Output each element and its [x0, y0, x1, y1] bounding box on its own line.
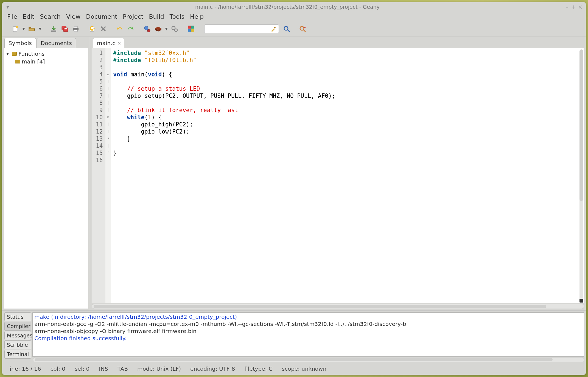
message-tab-status[interactable]: Status [4, 312, 31, 321]
editor-tabs: main.c ✕ [90, 38, 586, 48]
search-icon [283, 26, 290, 32]
status-filetype: filetype: C [244, 365, 272, 372]
svg-point-1 [16, 26, 18, 28]
chevron-down-icon: ▼ [6, 52, 10, 56]
message-horizontal-scrollbar[interactable] [33, 357, 584, 362]
menubar: File Edit Search View Document Project B… [2, 12, 586, 22]
vertical-scrollbar[interactable] [579, 49, 583, 302]
fold-column[interactable]: ⊟ │ │ │ │ │ ⊟ │ │ └ │ └ [105, 48, 111, 303]
code-area[interactable]: #include "stm32f0xx.h" #include "f0lib/f… [111, 48, 584, 303]
svg-point-13 [175, 29, 177, 32]
menu-edit[interactable]: Edit [20, 13, 37, 21]
message-tab-scribble[interactable]: Scribble [4, 340, 31, 349]
svg-line-23 [303, 30, 305, 32]
horizontal-scrollbar[interactable] [92, 304, 584, 309]
brick-icon [154, 26, 162, 32]
compile-button[interactable] [142, 24, 152, 34]
preferences-button[interactable] [298, 24, 308, 34]
editor-tab-label: main.c [97, 40, 115, 46]
message-tab-messages[interactable]: Messages [4, 331, 31, 340]
sidebar-body: ▼ Functions main [4] [4, 48, 88, 309]
status-tab: TAB [117, 365, 128, 372]
print-button[interactable] [71, 24, 81, 34]
svg-rect-14 [188, 26, 191, 29]
window-title: main.c - /home/farrellf/stm32/projects/s… [11, 4, 564, 10]
close-icon [100, 26, 106, 32]
folder-open-icon [28, 26, 35, 32]
reload-button[interactable] [87, 24, 97, 34]
sidebar-tab-symbols[interactable]: Symbols [4, 38, 36, 48]
menu-file[interactable]: File [4, 13, 20, 21]
status-line: line: 16 / 16 [8, 365, 41, 372]
sidebar-tab-documents[interactable]: Documents [37, 38, 76, 48]
menu-tools[interactable]: Tools [167, 13, 187, 21]
svg-rect-15 [191, 26, 194, 29]
scrollbar-end [579, 299, 583, 303]
scrollbar-thumb[interactable] [579, 49, 583, 201]
menu-document[interactable]: Document [83, 13, 120, 21]
open-file-dropdown[interactable]: ▼ [38, 27, 42, 31]
redo-icon [127, 26, 134, 32]
svg-rect-19 [274, 27, 276, 29]
tree-item-label: main [4] [22, 58, 45, 65]
svg-rect-7 [74, 26, 77, 28]
sidebar-tabs: Symbols Documents [2, 38, 90, 48]
svg-point-11 [147, 29, 150, 32]
search-input[interactable] [207, 26, 270, 32]
scrollbar-thumb[interactable] [94, 305, 546, 308]
tree-root-functions[interactable]: ▼ Functions [6, 50, 86, 58]
save-all-button[interactable] [60, 24, 70, 34]
new-file-dropdown[interactable]: ▼ [21, 27, 26, 31]
undo-button[interactable] [115, 24, 125, 34]
menu-view[interactable]: View [63, 13, 83, 21]
color-swatch-icon [188, 26, 194, 32]
minimize-button[interactable]: – [564, 4, 570, 10]
main-area: Symbols Documents ▼ Functions main [4] m… [2, 37, 586, 311]
app-menu-icon[interactable]: ▾ [4, 4, 11, 10]
maximize-button[interactable]: + [570, 4, 577, 10]
status-sel: sel: 0 [75, 365, 89, 372]
editor-panel: main.c ✕ 1 2 3 4 5 6 7 8 9 10 11 12 13 1… [90, 37, 586, 311]
color-chooser-button[interactable] [186, 24, 196, 34]
tree-root-label: Functions [18, 51, 45, 57]
close-file-button[interactable] [98, 24, 108, 34]
status-col: col: 0 [51, 365, 66, 372]
broom-icon [270, 26, 276, 32]
status-ins: INS [99, 365, 108, 372]
reload-icon [89, 26, 96, 32]
menu-build[interactable]: Build [146, 13, 167, 21]
printer-icon [72, 26, 79, 32]
editor-tab-mainc[interactable]: main.c ✕ [93, 38, 124, 48]
sidebar: Symbols Documents ▼ Functions main [4] [2, 37, 90, 311]
build-dropdown[interactable]: ▼ [164, 27, 169, 31]
compiler-output[interactable]: make (in directory: /home/farrellf/stm32… [32, 312, 584, 357]
menu-search[interactable]: Search [37, 13, 63, 21]
menu-help[interactable]: Help [187, 13, 206, 21]
status-encoding: encoding: UTF-8 [190, 365, 235, 372]
tag-icon [12, 52, 17, 56]
status-mode: mode: Unix (LF) [137, 365, 181, 372]
save-button[interactable] [49, 24, 59, 34]
tree-item-main[interactable]: main [4] [6, 58, 86, 65]
app-window: ▾ main.c - /home/farrellf/stm32/projects… [2, 2, 586, 375]
scrollbar-thumb[interactable] [35, 358, 553, 361]
message-tab-terminal[interactable]: Terminal [4, 350, 31, 359]
search-field[interactable] [204, 24, 279, 33]
open-file-button[interactable] [27, 24, 37, 34]
redo-button[interactable] [126, 24, 136, 34]
close-window-button[interactable]: × [577, 4, 584, 10]
close-tab-icon[interactable]: ✕ [117, 41, 121, 46]
code-editor[interactable]: 1 2 3 4 5 6 7 8 9 10 11 12 13 14 15 16 ⊟… [92, 48, 584, 303]
toolbar: ▼ ▼ [2, 22, 586, 37]
menu-project[interactable]: Project [120, 13, 146, 21]
message-tab-compiler[interactable]: Compiler [4, 322, 31, 331]
find-button[interactable] [282, 24, 292, 34]
new-file-button[interactable] [10, 24, 20, 34]
svg-rect-17 [191, 29, 194, 32]
build-button[interactable] [153, 24, 163, 34]
statusbar: line: 16 / 16 col: 0 sel: 0 INS TAB mode… [2, 364, 586, 375]
execute-button[interactable] [170, 24, 180, 34]
tag-icon [15, 60, 20, 63]
search-replace-icon [299, 26, 307, 32]
save-icon [51, 26, 57, 32]
